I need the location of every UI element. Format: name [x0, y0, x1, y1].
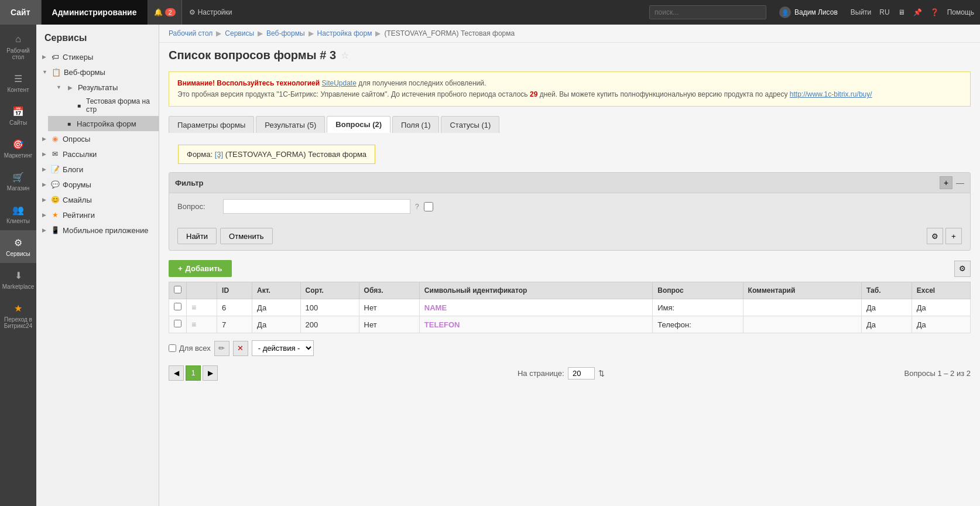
filter-actions: Найти Отменить ⚙ + — [169, 224, 970, 250]
filter-add-btn[interactable]: + — [940, 176, 952, 189]
sidebar-item-home[interactable]: Рабочий стол — [0, 27, 36, 66]
ratings-arrow: ▶ — [42, 212, 46, 218]
lang-selector[interactable]: RU — [879, 8, 889, 16]
favorite-star-icon[interactable]: ☆ — [341, 50, 349, 61]
nav-item-mobile[interactable]: ▶ Мобильное приложение — [36, 223, 159, 238]
nav-item-blogs[interactable]: ▶ Блоги — [36, 162, 159, 177]
sidebar-item-clients[interactable]: 👥 Клиенты — [0, 197, 36, 230]
nav-item-surveys[interactable]: ▶ Опросы — [36, 131, 159, 146]
site-tab[interactable]: Сайт — [0, 0, 42, 25]
tab-fields[interactable]: Поля (1) — [392, 116, 439, 133]
filter-title: Фильтр — [175, 179, 204, 187]
tab-questions[interactable]: Вопросы (2) — [327, 116, 390, 133]
user-menu[interactable]: 👤 Вадим Лисов — [772, 6, 845, 18]
filter-right-btns: ⚙ + — [927, 228, 962, 244]
drag-handle-icon[interactable]: ≡ — [191, 303, 196, 312]
nav-item-results[interactable]: ▼ ▶ Результаты — [48, 80, 159, 95]
data-table: ID Акт. Сорт. Обяз. Символьный идентифик… — [169, 282, 971, 333]
per-page-input[interactable] — [568, 367, 595, 380]
results-submenu: ■ Тестовая форма на стр — [48, 95, 159, 116]
edit-selected-btn[interactable]: ✏ — [214, 341, 229, 356]
symbolic-id-link[interactable]: NAME — [424, 303, 447, 312]
form-settings-icon: ■ — [64, 119, 74, 128]
nav-item-ratings[interactable]: ▶ Рейтинги — [36, 207, 159, 223]
help-label[interactable]: Помощь — [947, 8, 974, 16]
row-required: Нет — [359, 316, 419, 333]
filter-plus-btn[interactable]: + — [945, 228, 962, 244]
nav-item-mailings[interactable]: ▶ Рассылки — [36, 146, 159, 162]
actions-select[interactable]: - действия - Удалить — [252, 340, 314, 356]
mailings-label: Рассылки — [63, 150, 97, 159]
row-active: Да — [252, 316, 300, 333]
delete-selected-btn[interactable]: ✕ — [233, 341, 248, 356]
filter-question-input[interactable] — [223, 199, 410, 214]
nav-item-smiles[interactable]: ▶ Смайлы — [36, 192, 159, 207]
forums-label: Форумы — [63, 180, 91, 189]
logout-btn[interactable]: Выйти — [851, 8, 872, 16]
tab-results[interactable]: Результаты (5) — [256, 116, 325, 133]
admin-tab[interactable]: Администрирование — [42, 0, 148, 25]
nav-item-testform[interactable]: ■ Тестовая форма на стр — [69, 95, 159, 116]
filter-gear-btn[interactable]: ⚙ — [927, 228, 943, 244]
filter-cancel-btn[interactable]: Отменить — [220, 228, 272, 244]
filter-minimize-btn[interactable]: — — [956, 178, 964, 187]
nav-item-webforms[interactable]: ▼ Веб-формы — [36, 64, 159, 80]
tab-params[interactable]: Параметры формы — [169, 116, 254, 133]
content-area: Рабочий стол ▶ Сервисы ▶ Веб-формы ▶ Нас… — [159, 25, 980, 506]
sidebar-item-shop[interactable]: 🛒 Магазин — [0, 165, 36, 197]
form-id-link[interactable]: [3] — [215, 150, 223, 159]
sidebar-item-content[interactable]: Контент — [0, 66, 36, 99]
nav-item-form-settings[interactable]: ▶ ■ Настройка форм — [48, 116, 159, 131]
alert-days: 29 — [530, 90, 537, 98]
bitrix24-label: Переход в Битрикс24 — [0, 316, 36, 329]
row-symbolic[interactable]: TELEFON — [419, 316, 652, 333]
table-header-row: ID Акт. Сорт. Обяз. Символьный идентифик… — [169, 282, 971, 299]
row-checkbox[interactable] — [174, 303, 181, 310]
sidebar-item-marketing[interactable]: 🎯 Маркетинг — [0, 132, 36, 165]
breadcrumb-home[interactable]: Рабочий стол — [169, 29, 213, 37]
sidebar-item-sites[interactable]: 📅 Сайты — [0, 99, 36, 132]
table-settings-btn[interactable]: ⚙ — [954, 261, 971, 277]
breadcrumb-services[interactable]: Сервисы — [225, 29, 254, 37]
sidebar-item-marketplace[interactable]: ⬇ Marketplace — [0, 263, 36, 296]
prev-page-btn[interactable]: ◀ — [169, 365, 184, 381]
marketing-icon: 🎯 — [12, 138, 25, 151]
bell-icon: 🔔 — [154, 8, 163, 16]
th-id: ID — [217, 282, 252, 299]
for-all-checkbox[interactable] — [169, 344, 176, 352]
next-page-btn[interactable]: ▶ — [203, 365, 218, 381]
content-icon — [12, 72, 25, 85]
drag-handle-icon[interactable]: ≡ — [191, 320, 196, 329]
siteupdate-link[interactable]: SiteUpdate — [322, 79, 357, 87]
alert-box: Внимание! Воспользуйтесь технологией Sit… — [169, 71, 971, 107]
webforms-label: Веб-формы — [64, 68, 105, 77]
select-all-checkbox[interactable] — [174, 286, 181, 293]
tab-statuses[interactable]: Статусы (1) — [441, 116, 499, 133]
table-row: ≡ 7 Да 200 Нет TELEFON Телефон: Да Да — [169, 316, 971, 333]
mobile-icon — [50, 225, 60, 235]
row-checkbox[interactable] — [174, 320, 181, 327]
breadcrumb-form-settings[interactable]: Настройка форм — [317, 29, 372, 37]
add-btn[interactable]: + Добавить — [169, 260, 232, 277]
nav-item-forums[interactable]: ▶ Форумы — [36, 177, 159, 192]
breadcrumb-webforms[interactable]: Веб-формы — [266, 29, 305, 37]
row-active: Да — [252, 299, 300, 316]
breadcrumb-current: (TESTOVAYA_FORMA) Тестовая форма — [384, 29, 515, 37]
sidebar-item-bitrix24[interactable]: ★ Переход в Битрикс24 — [0, 296, 36, 335]
services-label: Сервисы — [6, 251, 30, 257]
symbolic-id-link[interactable]: TELEFON — [424, 320, 460, 329]
row-symbolic[interactable]: NAME — [419, 299, 652, 316]
sidebar-item-services[interactable]: Сервисы — [0, 230, 36, 263]
settings-nav-btn[interactable]: ⚙ Настройки — [182, 0, 239, 25]
filter-help-icon[interactable]: ? — [415, 203, 419, 211]
stickers-label: Стикеры — [63, 53, 93, 61]
filter-checkbox[interactable] — [424, 202, 433, 211]
notifications-btn[interactable]: 🔔 2 — [148, 0, 182, 25]
search-input[interactable] — [649, 5, 766, 19]
buy-link[interactable]: http://www.1c-bitrix.ru/buy/ — [790, 90, 872, 98]
filter-find-btn[interactable]: Найти — [177, 228, 217, 244]
nav-item-stickers[interactable]: ▶ Стикеры — [36, 49, 159, 64]
page-1-btn[interactable]: 1 — [186, 365, 201, 381]
bitrix24-icon: ★ — [12, 302, 25, 314]
breadcrumb-sep2: ▶ — [258, 29, 263, 37]
